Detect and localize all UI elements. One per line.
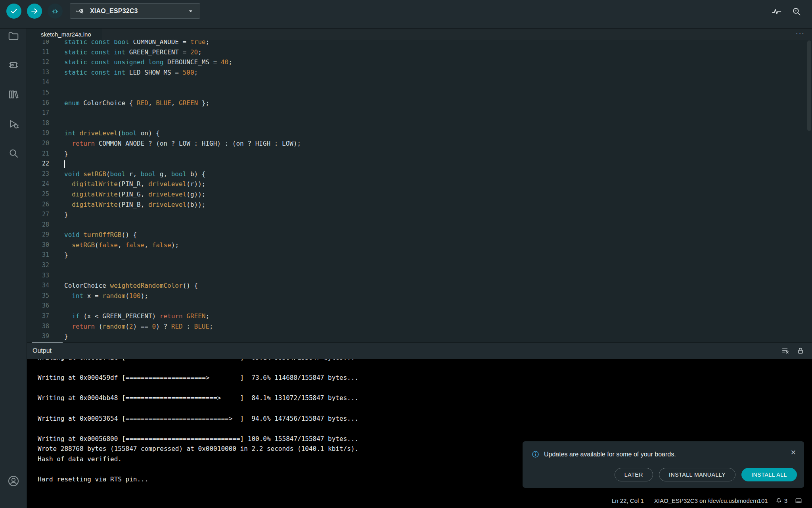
console-line: Writing at 0x0003f42c [=================…	[38, 359, 812, 363]
code-line[interactable]: 10static const bool COMMON_ANODE = true;	[27, 40, 812, 47]
board-selector-dropdown[interactable]: XIAO_ESP32C3	[70, 3, 200, 19]
line-number: 13	[27, 67, 49, 78]
line-number: 10	[27, 40, 49, 47]
debug-button[interactable]	[48, 4, 63, 19]
code-line[interactable]: 20 return COMMON_ANODE ? (on ? LOW : HIG…	[27, 139, 812, 149]
code-line[interactable]: 25 digitalWrite(PIN_G, driveLevel(g));	[27, 189, 812, 200]
panel-resize-sash[interactable]	[32, 342, 63, 343]
later-button[interactable]: LATER	[615, 468, 653, 481]
code-editor[interactable]: 10static const bool COMMON_ANODE = true;…	[27, 40, 812, 343]
usb-icon	[76, 6, 85, 16]
sidebar-item-library-manager[interactable]	[7, 88, 20, 101]
line-number: 27	[27, 210, 49, 220]
code-line[interactable]: 11static const int GREEN_PERCENT = 20;	[27, 47, 812, 58]
status-bar: Ln 22, Col 1 XIAO_ESP32C3 on /dev/cu.usb…	[27, 493, 812, 508]
code-line[interactable]: 29void turnOffRGB() {	[27, 230, 812, 240]
code-line[interactable]: 28	[27, 220, 812, 230]
line-number: 36	[27, 301, 49, 311]
magnifier-icon	[791, 6, 802, 17]
lock-output-button[interactable]	[795, 346, 806, 356]
sidebar-item-account[interactable]	[7, 474, 20, 488]
code-line[interactable]: 31}	[27, 250, 812, 260]
sidebar-item-boards-manager[interactable]	[7, 58, 20, 72]
console-line	[38, 423, 812, 434]
code-line[interactable]: 16enum ColorChoice { RED, BLUE, GREEN };	[27, 98, 812, 108]
folder-icon	[8, 30, 19, 42]
code-line[interactable]: 21}	[27, 149, 812, 159]
line-number: 32	[27, 260, 49, 271]
code-lines: 10static const bool COMMON_ANODE = true;…	[27, 40, 812, 342]
sidebar-item-search[interactable]	[7, 146, 20, 160]
code-line[interactable]: 26 digitalWrite(PIN_B, driveLevel(b));	[27, 200, 812, 210]
code-line[interactable]: 33	[27, 271, 812, 281]
board-port-status[interactable]: XIAO_ESP32C3 on /dev/cu.usbmodem101	[654, 497, 768, 504]
console-line	[38, 403, 812, 414]
code-line[interactable]: 12static const unsigned long DEBOUNCE_MS…	[27, 57, 812, 67]
code-line[interactable]: 15	[27, 88, 812, 98]
code-line[interactable]: 27}	[27, 210, 812, 220]
line-number: 34	[27, 281, 49, 291]
clear-output-icon	[781, 346, 790, 355]
arrow-right-icon	[30, 7, 39, 15]
verify-button[interactable]	[6, 4, 21, 19]
line-number: 37	[27, 311, 49, 321]
line-number: 31	[27, 250, 49, 260]
code-line[interactable]: 34ColorChoice weightedRandomColor() {	[27, 281, 812, 291]
line-number: 11	[27, 47, 49, 58]
line-number: 25	[27, 189, 49, 200]
line-number: 28	[27, 220, 49, 230]
code-line[interactable]: 17	[27, 108, 812, 118]
code-line[interactable]: 14	[27, 77, 812, 88]
line-number: 20	[27, 139, 49, 149]
install-all-button[interactable]: INSTALL ALL	[741, 468, 797, 481]
code-line[interactable]: 22	[27, 159, 812, 169]
line-number: 35	[27, 291, 49, 301]
sidebar-item-debugger[interactable]	[7, 117, 20, 131]
output-panel-title: Output	[33, 347, 52, 354]
code-line[interactable]: 38 return (random(2) == 0) ? RED : BLUE;	[27, 321, 812, 332]
bug-icon	[51, 7, 59, 15]
selected-board-name: XIAO_ESP32C3	[90, 8, 138, 15]
output-panel-header: Output	[27, 343, 812, 359]
info-icon	[531, 450, 540, 458]
toggle-bottom-panel-button[interactable]	[795, 497, 802, 505]
line-number: 22	[27, 159, 49, 169]
serial-monitor-button[interactable]	[790, 5, 803, 18]
code-line[interactable]: 37 if (x < GREEN_PERCENT) return GREEN;	[27, 311, 812, 321]
code-line[interactable]: 35 int x = random(100);	[27, 291, 812, 301]
notifications-count: 3	[784, 497, 787, 504]
code-line[interactable]: 23void setRGB(bool r, bool g, bool b) {	[27, 169, 812, 179]
code-line[interactable]: 19int driveLevel(bool on) {	[27, 128, 812, 139]
line-number: 17	[27, 108, 49, 118]
tab-sketch[interactable]: sketch_mar24a.ino	[27, 29, 102, 40]
line-number: 24	[27, 179, 49, 189]
close-icon[interactable]: ✕	[791, 448, 796, 457]
code-line[interactable]: 39}	[27, 331, 812, 342]
code-line[interactable]: 36	[27, 301, 812, 311]
line-number: 12	[27, 57, 49, 67]
code-line[interactable]: 24 digitalWrite(PIN_R, driveLevel(r));	[27, 179, 812, 189]
line-number: 19	[27, 128, 49, 139]
clear-output-button[interactable]	[780, 346, 791, 356]
code-line[interactable]: 18	[27, 118, 812, 129]
code-line[interactable]: 30 setRGB(false, false, false);	[27, 240, 812, 250]
notification-message: Updates are available for some of your b…	[544, 451, 676, 458]
notifications-indicator[interactable]: 3	[775, 497, 787, 504]
debug-bug-icon	[8, 118, 19, 130]
code-line[interactable]: 32	[27, 260, 812, 271]
code-line[interactable]: 13static const int LED_SHOW_MS = 500;	[27, 67, 812, 78]
cursor-position-status[interactable]: Ln 22, Col 1	[612, 497, 644, 504]
update-notification-toast: Updates are available for some of your b…	[523, 441, 804, 488]
upload-button[interactable]	[27, 4, 42, 19]
serial-plotter-button[interactable]	[770, 5, 783, 18]
line-number: 15	[27, 88, 49, 98]
editor-overflow-menu[interactable]: ···	[796, 29, 805, 37]
editor-scrollbar-thumb[interactable]	[807, 40, 811, 131]
sidebar-item-sketchbook[interactable]	[7, 29, 20, 43]
line-number: 39	[27, 331, 49, 342]
text-cursor	[64, 160, 65, 168]
line-number: 14	[27, 77, 49, 88]
install-manually-button[interactable]: INSTALL MANUALLY	[659, 468, 735, 481]
line-number: 38	[27, 321, 49, 332]
bell-icon	[775, 497, 782, 504]
